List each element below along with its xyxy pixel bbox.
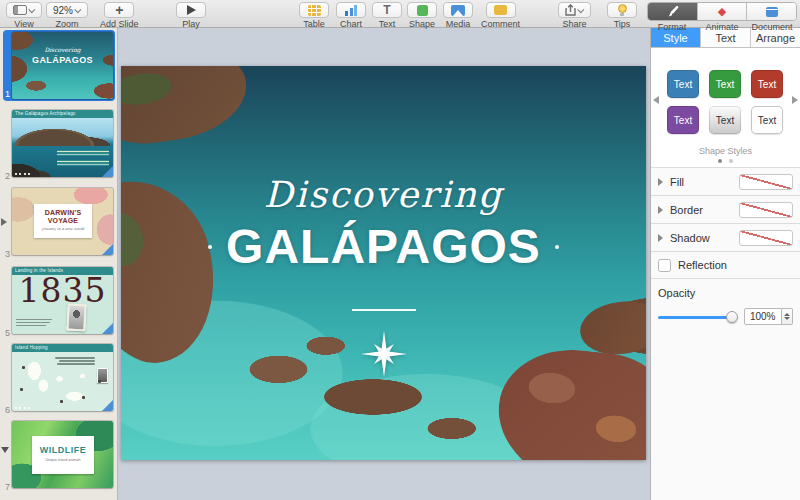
style-swatch-blue[interactable]: Text <box>667 70 699 98</box>
view-label: View <box>14 19 33 29</box>
fill-section[interactable]: Fill <box>651 168 800 196</box>
slide-thumbnail-1[interactable]: Discovering GALÁPAGOS <box>12 32 113 99</box>
collapsed-group-arrow[interactable] <box>1 218 7 226</box>
thumb6-animal-mark <box>60 400 63 403</box>
chart-button[interactable] <box>336 2 366 18</box>
shape-button-group: Shape <box>407 2 437 29</box>
lightbulb-icon <box>618 4 627 16</box>
chart-label: Chart <box>340 19 362 29</box>
comment-icon <box>494 5 507 15</box>
style-swatch-purple[interactable]: Text <box>667 106 699 134</box>
document-label: Document <box>747 22 797 32</box>
shadow-none-swatch[interactable] <box>739 230 793 246</box>
slide-number-2: 2 <box>0 171 10 181</box>
thumb3-title: DARWIN'S VOYAGE <box>34 209 92 224</box>
border-none-swatch[interactable] <box>739 202 793 218</box>
media-button[interactable] <box>443 2 473 18</box>
add-slide-label: Add Slide <box>100 19 139 29</box>
style-swatch-green[interactable]: Text <box>709 70 741 98</box>
zoom-button[interactable]: 92% <box>46 2 88 18</box>
view-icon <box>13 5 27 15</box>
shape-button[interactable] <box>407 2 437 18</box>
format-button[interactable] <box>648 3 698 20</box>
opacity-controls <box>658 308 793 325</box>
thumb6-build-dots <box>15 407 31 409</box>
stepper-up-icon <box>784 313 790 316</box>
title-dot-right <box>555 245 559 249</box>
styles-prev-arrow[interactable] <box>653 96 659 104</box>
style-swatch-red[interactable]: Text <box>751 70 783 98</box>
comment-button[interactable] <box>486 2 516 18</box>
styles-page-dots[interactable] <box>651 159 800 163</box>
island-art <box>491 342 646 460</box>
opacity-label: Opacity <box>658 287 793 299</box>
disclosure-triangle-icon[interactable] <box>658 178 663 186</box>
disclosure-triangle-icon[interactable] <box>658 206 663 214</box>
slide-thumbnail-6[interactable]: Island Hopping <box>12 344 113 411</box>
opacity-slider-knob[interactable] <box>726 311 738 323</box>
island-art <box>578 299 646 358</box>
island-art <box>121 66 253 150</box>
style-swatch-gray[interactable]: Text <box>709 106 741 134</box>
table-button[interactable] <box>299 2 329 18</box>
style-swatch-white[interactable]: Text <box>751 106 783 134</box>
share-button[interactable] <box>558 2 591 18</box>
text-button[interactable]: T <box>372 2 402 18</box>
slide-number-7: 7 <box>0 482 10 492</box>
inspector-labels: Format Animate Document <box>647 21 797 32</box>
opacity-slider[interactable] <box>658 311 736 323</box>
divider-rule <box>352 309 416 311</box>
opacity-slider-track <box>658 316 736 319</box>
play-button-group: Play <box>176 2 206 29</box>
table-button-group: Table <box>299 2 329 29</box>
slide-navigator: Discovering GALÁPAGOS 1 The Galápagos Ar… <box>0 28 118 500</box>
thumb3-subtitle: Journey to a new world <box>34 227 92 231</box>
plus-icon: + <box>115 4 123 16</box>
tips-label: Tips <box>614 19 631 29</box>
thumb5-portrait-photo <box>66 304 86 332</box>
slide-title-block[interactable]: Discovering GALÁPAGOS <box>121 174 646 274</box>
play-label: Play <box>182 19 200 29</box>
tips-button[interactable] <box>607 2 637 18</box>
thumb2-bullet-placeholder <box>57 150 109 156</box>
table-icon <box>308 5 321 16</box>
thumb2-build-dots <box>15 173 31 175</box>
thumb5-caption-placeholder <box>16 325 46 327</box>
animate-label: Animate <box>697 22 747 32</box>
thumb6-animal-mark <box>20 388 23 391</box>
border-section[interactable]: Border <box>651 196 800 224</box>
thumb6-animal-mark <box>22 366 25 369</box>
play-button[interactable] <box>176 2 206 18</box>
slide-thumbnail-3[interactable]: DARWIN'S VOYAGE Journey to a new world <box>12 188 113 255</box>
document-button[interactable] <box>747 3 796 20</box>
styles-next-arrow[interactable] <box>792 96 798 104</box>
slide-thumbnail-2[interactable]: The Galápagos Archipelago <box>12 110 113 177</box>
shadow-section[interactable]: Shadow <box>651 224 800 252</box>
add-slide-button[interactable]: + <box>104 2 134 18</box>
inspector-segmented-control: ◆ <box>647 2 797 21</box>
view-button[interactable] <box>6 2 42 18</box>
slide-thumbnail-5[interactable]: Landing in the Islands 1835 <box>12 267 113 334</box>
opacity-stepper[interactable] <box>782 308 793 325</box>
opacity-value-input[interactable] <box>744 308 782 325</box>
current-slide[interactable]: Discovering GALÁPAGOS <box>121 66 646 460</box>
zoom-label: Zoom <box>56 19 79 29</box>
slide-title-row: GALÁPAGOS <box>121 219 646 274</box>
format-inspector-panel: Style Text Arrange Text Text Text Text T… <box>650 28 800 500</box>
reflection-checkbox[interactable] <box>658 259 671 272</box>
share-button-group: Share <box>558 2 591 29</box>
stepper-down-icon <box>784 317 790 320</box>
fill-none-swatch[interactable] <box>739 174 793 190</box>
chevron-down-icon <box>577 6 584 13</box>
thumb6-animal-mark <box>82 396 85 399</box>
slide-thumbnail-7[interactable]: WILDLIFE Unique island animals <box>12 421 113 488</box>
opacity-section: Opacity <box>651 279 800 325</box>
thumb2-mountain-art <box>12 122 113 146</box>
animate-button[interactable]: ◆ <box>698 3 748 20</box>
thumb5-caption-placeholder <box>16 322 50 324</box>
expanded-group-arrow[interactable] <box>1 447 9 453</box>
thumb6-text-placeholder <box>55 357 95 359</box>
disclosure-triangle-icon[interactable] <box>658 234 663 242</box>
comment-button-group: Comment <box>481 2 520 29</box>
slide-kicker-text: Discovering <box>121 174 646 215</box>
